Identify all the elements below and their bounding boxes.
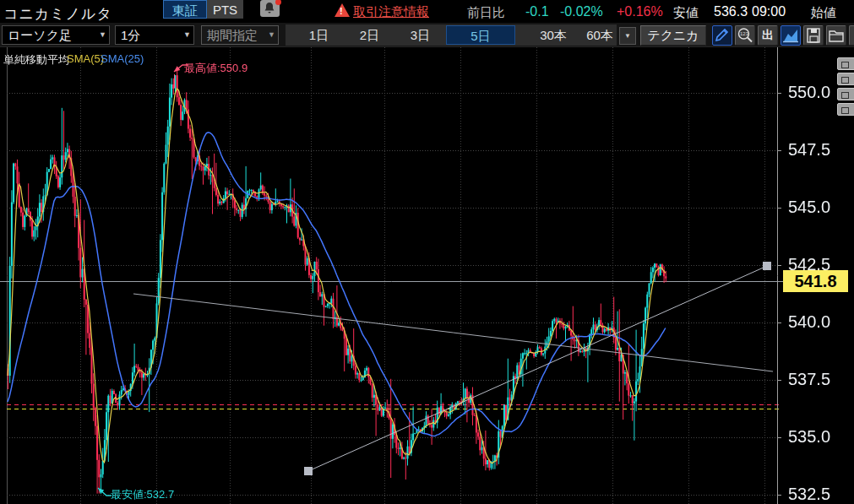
svg-text:123: 123 <box>740 31 749 36</box>
warning-triangle-icon: ! <box>335 3 350 17</box>
area-chart-button[interactable] <box>781 25 801 46</box>
y-axis-label: 547.5 <box>788 140 830 160</box>
side-mini-button-2[interactable] <box>837 73 854 85</box>
trading-notice-link[interactable]: 取引注意情報 <box>353 4 429 20</box>
chart-type-select[interactable]: ローソク足 ▼ <box>2 25 110 45</box>
period-select[interactable]: 期間指定 ▼ <box>201 25 279 45</box>
interval-value: 1分 <box>121 28 140 44</box>
range-button-30bars[interactable]: 30本 <box>528 25 579 45</box>
export-button[interactable]: 出 <box>758 25 778 46</box>
pencil-icon <box>713 26 732 45</box>
clipped-toolbar-button[interactable] <box>849 25 854 46</box>
notification-dot <box>275 0 281 5</box>
low-price-value: 536.3 <box>714 4 748 19</box>
period-value: 期間指定 <box>207 28 258 44</box>
save-button[interactable] <box>803 25 824 46</box>
range-button-1d[interactable]: 1日 <box>296 25 342 45</box>
app-window: コニカミノルタ 東証 PTS ! 取引注意情報 前日比 -0.1 -0.02% … <box>0 0 854 504</box>
low-price-label: 安値 <box>673 5 699 21</box>
chevron-down-icon: ▼ <box>624 32 631 40</box>
y-axis-label: 540.0 <box>788 312 830 332</box>
bell-icon <box>264 2 275 14</box>
y-axis-label: 532.5 <box>788 485 830 504</box>
legend-sma25: SMA(25) <box>101 52 144 65</box>
side-mini-button-3[interactable] <box>837 88 854 100</box>
y-axis-label: 550.0 <box>788 83 830 102</box>
change-percent-2: +0.16% <box>617 4 663 19</box>
range-button-5d[interactable]: 5日 <box>446 25 515 45</box>
side-mini-button-4[interactable] <box>837 103 854 116</box>
chevron-down-icon: ▼ <box>183 30 191 39</box>
change-value: -0.1 <box>525 4 549 19</box>
range-more-dropdown[interactable]: ▼ <box>619 27 636 45</box>
toolbar: ローソク足 ▼ 1分 ▼ 期間指定 ▼ 1日 2日 3日 5日 30本 60本 … <box>0 23 854 47</box>
tab-tse[interactable]: 東証 <box>163 0 207 19</box>
legend-title: 単純移動平均 <box>3 52 69 68</box>
chevron-down-icon: ▼ <box>99 30 106 39</box>
chevron-down-icon: ▼ <box>268 30 275 39</box>
y-axis-label: 542.5 <box>788 255 830 274</box>
chart-type-value: ローソク足 <box>8 28 72 44</box>
change-percent: -0.02% <box>560 4 603 19</box>
save-icon <box>804 26 823 45</box>
chart-panel: 単純移動平均 SMA(5) SMA(25) 最高値:550.9 最安値:532.… <box>0 47 854 504</box>
open-price-label: 始値 <box>811 5 836 21</box>
range-button-3d[interactable]: 3日 <box>397 25 443 45</box>
technical-button[interactable]: テクニカル <box>640 25 706 46</box>
legend-sma5: SMA(5) <box>67 52 104 65</box>
zoom-123-icon: 123 <box>736 26 754 45</box>
side-mini-button-1[interactable] <box>837 57 854 70</box>
zoom-123-button[interactable]: 123 <box>735 25 755 46</box>
folder-open-icon <box>827 26 846 45</box>
symbol-name: コニカミノルタ <box>3 4 112 24</box>
area-chart-icon <box>781 26 800 45</box>
pencil-draw-button[interactable] <box>712 25 732 46</box>
range-button-60bars[interactable]: 60本 <box>576 25 623 45</box>
prev-day-change-label: 前日比 <box>467 5 505 21</box>
price-chart-canvas[interactable] <box>0 47 854 504</box>
interval-select[interactable]: 1分 ▼ <box>115 25 194 45</box>
notification-bell-button[interactable] <box>260 0 280 17</box>
folder-open-button[interactable] <box>826 25 846 46</box>
export-icon: 出 <box>759 28 777 43</box>
y-axis-label: 545.0 <box>788 198 830 217</box>
y-axis-label: 535.0 <box>788 427 830 447</box>
tab-pts[interactable]: PTS <box>207 0 243 19</box>
y-axis-label: 537.5 <box>788 370 830 389</box>
high-annotation: 最高値:550.9 <box>184 61 247 76</box>
time-value: 09:00 <box>752 4 786 19</box>
range-button-2d[interactable]: 2日 <box>346 25 393 45</box>
low-annotation: 最安値:532.7 <box>111 487 174 502</box>
header: コニカミノルタ 東証 PTS ! 取引注意情報 前日比 -0.1 -0.02% … <box>0 0 854 23</box>
